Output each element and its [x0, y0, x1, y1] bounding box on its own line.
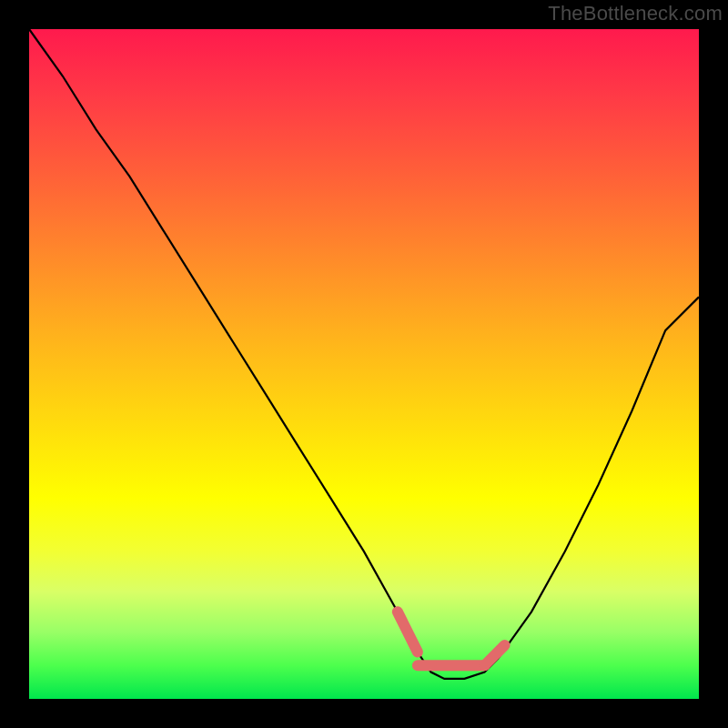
bottleneck-curve-path — [29, 29, 699, 679]
curve-svg — [29, 29, 699, 699]
chart-frame: TheBottleneck.com — [0, 0, 728, 728]
highlight-segment — [398, 612, 418, 652]
highlight-segments — [398, 612, 505, 665]
plot-area — [29, 29, 699, 699]
watermark-label: TheBottleneck.com — [548, 2, 723, 25]
highlight-segment — [485, 645, 505, 665]
